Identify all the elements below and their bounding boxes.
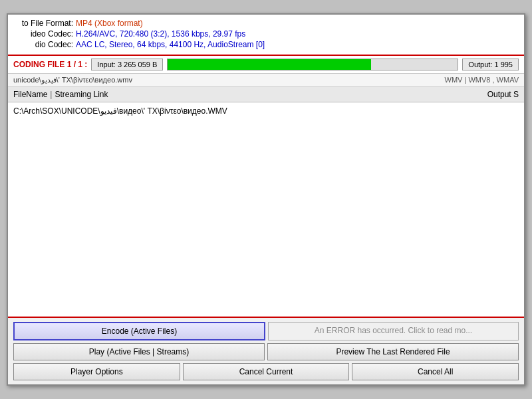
video-row: ideo Codec: H.264/AVC, 720:480 (3:2), 15… xyxy=(13,29,519,39)
format-value: MP4 (Xbox format) xyxy=(76,19,143,28)
play-button[interactable]: Play (Active Files | Streams) xyxy=(13,343,265,360)
button-row-2: Play (Active Files | Streams) Preview Th… xyxy=(13,343,519,360)
file-path-row: unicode\فيديو\' ТΧ\βіντεο\видео.wmv WMV … xyxy=(8,74,524,87)
audio-row: dio Codec: AAC LC, Stereo, 64 kbps, 4410… xyxy=(13,40,519,49)
info-section: to File Format: MP4 (Xbox format) ideo C… xyxy=(8,15,524,56)
player-options-button[interactable]: Player Options xyxy=(13,363,180,380)
error-message[interactable]: An ERROR has occurred. Click to read mo.… xyxy=(268,322,519,340)
progress-bar-fill xyxy=(168,59,370,70)
audio-value: AAC LC, Stereo, 64 kbps, 44100 Hz, Audio… xyxy=(76,40,265,49)
video-value: H.264/AVC, 720:480 (3:2), 1536 kbps, 29.… xyxy=(76,29,245,39)
video-label: ideo Codec: xyxy=(13,29,73,39)
button-row-1: Encode (Active Files) An ERROR has occur… xyxy=(13,322,519,340)
col-streaming: Streaming Link xyxy=(55,90,108,99)
cancel-current-button[interactable]: Cancel Current xyxy=(183,363,350,380)
table-header: FileName | Streaming Link Output S xyxy=(8,87,524,102)
format-row: to File Format: MP4 (Xbox format) xyxy=(13,19,519,28)
main-window: to File Format: MP4 (Xbox format) ideo C… xyxy=(7,13,525,386)
preview-button[interactable]: Preview The Last Rendered File xyxy=(267,343,519,360)
encoding-section: CODING FILE 1 / 1 : Input: 3 265 059 B O… xyxy=(8,56,524,74)
file-path-right: WMV | WMV8 , WMAV xyxy=(445,76,519,84)
encoding-label: CODING FILE 1 / 1 : xyxy=(13,60,87,69)
output-size: Output: 1 995 xyxy=(462,59,519,70)
file-path-left: unicode\فيديو\' ТΧ\βіντεο\видео.wmv xyxy=(13,76,132,84)
table-row: C:\Arch\SOX\UNICODE\فيديو\видео\' ТΧ\βіν… xyxy=(13,105,519,117)
col-filename: FileName xyxy=(13,90,47,99)
cancel-all-button[interactable]: Cancel All xyxy=(352,363,519,380)
col-output: Output S xyxy=(487,90,519,99)
input-size: Input: 3 265 059 B xyxy=(91,59,163,70)
table-header-left: FileName | Streaming Link xyxy=(13,90,108,99)
format-label: to File Format: xyxy=(13,19,73,28)
table-body: C:\Arch\SOX\UNICODE\فيديو\видео\' ТΧ\βіν… xyxy=(8,102,524,317)
button-row-3: Player Options Cancel Current Cancel All xyxy=(13,363,519,380)
progress-bar-container xyxy=(167,59,458,70)
buttons-section: Encode (Active Files) An ERROR has occur… xyxy=(8,317,524,384)
encode-button[interactable]: Encode (Active Files) xyxy=(13,322,265,340)
audio-label: dio Codec: xyxy=(13,40,73,49)
